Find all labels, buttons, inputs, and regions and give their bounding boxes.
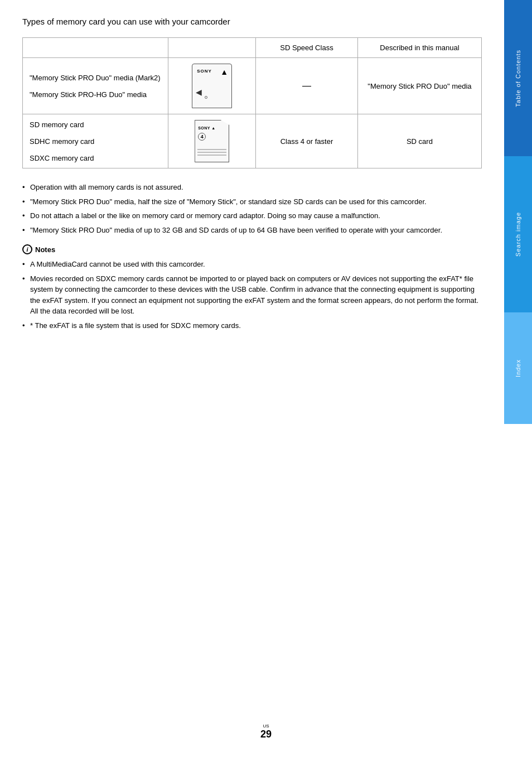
table-header-sd-speed: SD Speed Class xyxy=(256,38,358,58)
notes-item: Movies recorded on SDXC memory cards can… xyxy=(22,273,482,317)
sd-speed-memory-stick: — xyxy=(256,58,358,114)
table-header-described: Described in this manual xyxy=(357,38,481,58)
page-title: Types of memory card you can use with yo… xyxy=(22,17,482,26)
table-header-col2 xyxy=(168,38,256,58)
table-header-col1 xyxy=(23,38,168,58)
sidebar-label-toc: Table of Contents xyxy=(515,50,521,107)
sd-card-image: SONY ▲ 4 xyxy=(195,120,229,162)
list-item: Operation with all memory cards is not a… xyxy=(22,182,482,193)
notes-icon: i xyxy=(22,244,32,254)
card-name-sd: SD memory card SDHC memory card SDXC mem… xyxy=(23,114,168,168)
card-name-memory-stick: "Memory Stick PRO Duo" media (Mark2) "Me… xyxy=(23,58,168,114)
page-number-area: US 29 xyxy=(260,724,272,740)
card-chip-icon: ▲ xyxy=(220,67,228,76)
us-label: US xyxy=(260,724,272,729)
sidebar-label-index: Index xyxy=(515,359,521,377)
table-row: "Memory Stick PRO Duo" media (Mark2) "Me… xyxy=(23,58,482,114)
described-memory-stick: "Memory Stick PRO Duo" media xyxy=(357,58,481,114)
list-item: Do not attach a label or the like on mem… xyxy=(22,210,482,221)
memory-card-table: SD Speed Class Described in this manual … xyxy=(22,37,482,168)
notes-label: Notes xyxy=(35,245,55,254)
sidebar-tab-search[interactable]: Search image xyxy=(504,156,532,312)
notes-list: A MultiMediaCard cannot be used with thi… xyxy=(22,259,482,331)
sidebar-label-search: Search image xyxy=(515,212,521,257)
card-image-memory-stick: SONY ▲ ◀ xyxy=(168,58,256,114)
sidebar-tab-index[interactable]: Index xyxy=(504,312,532,424)
card-image-sd: SONY ▲ 4 xyxy=(168,114,256,168)
right-sidebar: Table of Contents Search image Index xyxy=(504,0,532,757)
list-item: "Memory Stick PRO Duo" media, half the s… xyxy=(22,196,482,208)
bullet-list: Operation with all memory cards is not a… xyxy=(22,182,482,235)
notes-item: * The exFAT is a file system that is use… xyxy=(22,320,482,331)
notes-header: i Notes xyxy=(22,244,482,254)
notes-section: i Notes A MultiMediaCard cannot be used … xyxy=(22,244,482,331)
table-row: SD memory card SDHC memory card SDXC mem… xyxy=(23,114,482,168)
sd-speed-sd-card: Class 4 or faster xyxy=(256,114,358,168)
card-dot xyxy=(205,96,207,99)
sidebar-tab-toc[interactable]: Table of Contents xyxy=(504,0,532,156)
arrow-icon: ◀ xyxy=(196,88,202,97)
memory-stick-card-image: SONY ▲ ◀ xyxy=(192,64,232,108)
notes-item: A MultiMediaCard cannot be used with thi… xyxy=(22,259,482,270)
page-number: 29 xyxy=(260,729,272,740)
described-sd-card: SD card xyxy=(357,114,481,168)
list-item: "Memory Stick PRO Duo" media of up to 32… xyxy=(22,225,482,236)
